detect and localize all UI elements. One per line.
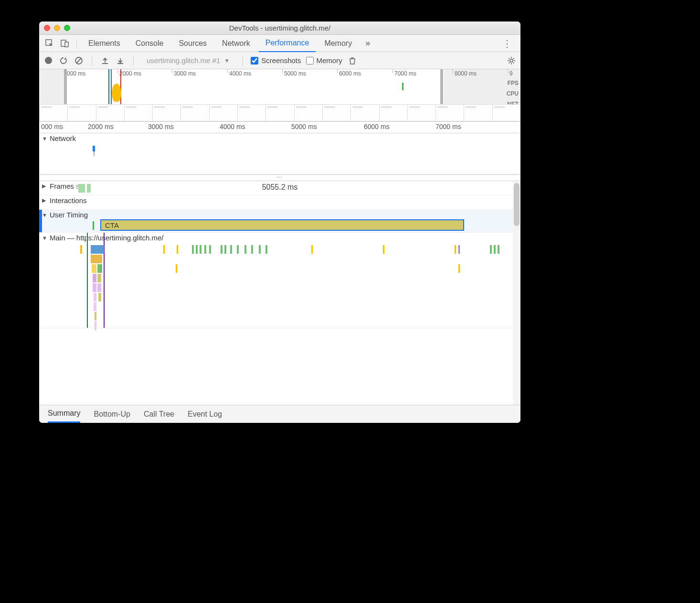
- tab-console[interactable]: Console: [129, 35, 170, 52]
- filmstrip-thumb[interactable]: [209, 104, 238, 121]
- task-bar[interactable]: [91, 245, 104, 254]
- task-bar[interactable]: [383, 245, 384, 254]
- filmstrip-thumb[interactable]: [39, 104, 68, 121]
- overview-timeline[interactable]: 000 ms 2000 ms 3000 ms 4000 ms 5000 ms 6…: [39, 69, 520, 122]
- timing-mark[interactable]: [93, 221, 94, 230]
- screenshots-checkbox[interactable]: Screenshots: [251, 56, 301, 65]
- task-bar[interactable]: [251, 245, 253, 254]
- user-timing-section[interactable]: ▼ User Timing CTA: [39, 210, 520, 233]
- settings-gear-icon[interactable]: [506, 55, 517, 66]
- task-bar[interactable]: [93, 283, 96, 292]
- clear-button[interactable]: [74, 55, 84, 66]
- resizer[interactable]: ⋯: [39, 174, 520, 181]
- task-bar[interactable]: [95, 322, 96, 330]
- task-bar[interactable]: [221, 245, 223, 254]
- filmstrip-thumb[interactable]: [350, 104, 379, 121]
- network-header[interactable]: ▼ Network: [39, 133, 520, 143]
- filmstrip-thumb[interactable]: [124, 104, 153, 121]
- tab-network[interactable]: Network: [215, 35, 257, 52]
- tab-sources[interactable]: Sources: [172, 35, 213, 52]
- filmstrip-thumb[interactable]: [152, 104, 181, 121]
- vertical-scrollbar[interactable]: [513, 181, 520, 405]
- task-bar[interactable]: [458, 245, 460, 254]
- task-bar[interactable]: [209, 245, 211, 254]
- task-bar[interactable]: [311, 245, 313, 254]
- frames-section[interactable]: ▶ Frames s 5055.2 ms: [39, 181, 520, 195]
- filmstrip-thumb[interactable]: [435, 104, 464, 121]
- task-bar[interactable]: [265, 245, 267, 254]
- filmstrip-thumb[interactable]: [407, 104, 436, 121]
- tab-elements[interactable]: Elements: [82, 35, 127, 52]
- task-bar[interactable]: [97, 274, 101, 282]
- task-bar[interactable]: [237, 245, 239, 254]
- task-bar[interactable]: [98, 293, 101, 302]
- task-bar[interactable]: [244, 245, 246, 254]
- network-request-bar[interactable]: [93, 146, 95, 151]
- network-section[interactable]: ▼ Network: [39, 133, 520, 174]
- tab-summary[interactable]: Summary: [48, 405, 80, 423]
- filmstrip-thumb[interactable]: [294, 104, 323, 121]
- task-bar[interactable]: [176, 264, 177, 273]
- task-bar[interactable]: [230, 245, 232, 254]
- main-thread-section[interactable]: ▼ Main — https://usertiming.glitch.me/: [39, 233, 520, 328]
- device-mode-icon[interactable]: [58, 37, 72, 50]
- task-bar[interactable]: [259, 245, 261, 254]
- filmstrip-thumb[interactable]: [67, 104, 96, 121]
- filmstrip-thumb[interactable]: [96, 104, 125, 121]
- detail-ruler[interactable]: 000 ms 2000 ms 3000 ms 4000 ms 5000 ms 6…: [39, 122, 520, 133]
- filmstrip-thumb[interactable]: [492, 104, 520, 121]
- record-button[interactable]: [43, 55, 53, 66]
- cta-timing-bar[interactable]: CTA: [100, 219, 464, 231]
- task-bar[interactable]: [163, 245, 165, 254]
- filmstrip-thumb[interactable]: [237, 104, 266, 121]
- task-bar[interactable]: [94, 293, 96, 302]
- user-timing-header[interactable]: ▼ User Timing: [39, 210, 520, 220]
- task-bar[interactable]: [95, 312, 96, 321]
- tab-memory[interactable]: Memory: [318, 35, 359, 52]
- tab-call-tree[interactable]: Call Tree: [144, 405, 174, 423]
- task-bar[interactable]: [224, 245, 226, 254]
- filmstrip-thumb[interactable]: [180, 104, 209, 121]
- task-bar[interactable]: [196, 245, 198, 254]
- interactions-section[interactable]: ▶ Interactions: [39, 195, 520, 210]
- task-bar[interactable]: [177, 245, 178, 254]
- scrollbar-thumb[interactable]: [514, 183, 520, 226]
- filmstrip-thumb[interactable]: [322, 104, 351, 121]
- task-bar[interactable]: [97, 264, 102, 273]
- interactions-header[interactable]: ▶ Interactions: [39, 195, 520, 205]
- kebab-menu-icon[interactable]: ⋮: [498, 38, 517, 49]
- main-header[interactable]: ▼ Main — https://usertiming.glitch.me/: [39, 233, 520, 243]
- task-bar[interactable]: [494, 245, 496, 254]
- task-bar[interactable]: [458, 264, 460, 273]
- tab-performance[interactable]: Performance: [259, 35, 316, 52]
- task-bar[interactable]: [490, 245, 492, 254]
- network-request-bar[interactable]: [94, 151, 95, 156]
- filmstrip-thumb[interactable]: [379, 104, 408, 121]
- task-bar[interactable]: [80, 245, 82, 254]
- more-tabs-button[interactable]: »: [361, 38, 375, 48]
- task-bar[interactable]: [94, 302, 96, 311]
- filmstrip[interactable]: [39, 104, 520, 121]
- filmstrip-thumb[interactable]: [265, 104, 294, 121]
- save-profile-button[interactable]: [115, 55, 126, 66]
- tab-event-log[interactable]: Event Log: [188, 405, 222, 423]
- collect-garbage-button[interactable]: [347, 55, 358, 66]
- tab-bottom-up[interactable]: Bottom-Up: [94, 405, 130, 423]
- profile-selector[interactable]: usertiming.glitch.me #1 ▼: [141, 55, 235, 66]
- task-bar[interactable]: [498, 245, 499, 254]
- task-bar[interactable]: [200, 245, 202, 254]
- screenshots-input[interactable]: [251, 57, 258, 65]
- task-bar[interactable]: [92, 264, 96, 273]
- filmstrip-thumb[interactable]: [464, 104, 492, 121]
- inspect-icon[interactable]: [43, 37, 56, 50]
- task-bar[interactable]: [192, 245, 194, 254]
- memory-checkbox[interactable]: Memory: [306, 56, 342, 65]
- task-bar[interactable]: [204, 245, 206, 254]
- memory-input[interactable]: [306, 57, 314, 65]
- task-bar[interactable]: [97, 283, 101, 292]
- task-bar[interactable]: [455, 245, 456, 254]
- load-profile-button[interactable]: [100, 55, 110, 66]
- task-bar[interactable]: [93, 274, 96, 282]
- reload-record-button[interactable]: [58, 55, 69, 66]
- task-bar[interactable]: [91, 255, 102, 263]
